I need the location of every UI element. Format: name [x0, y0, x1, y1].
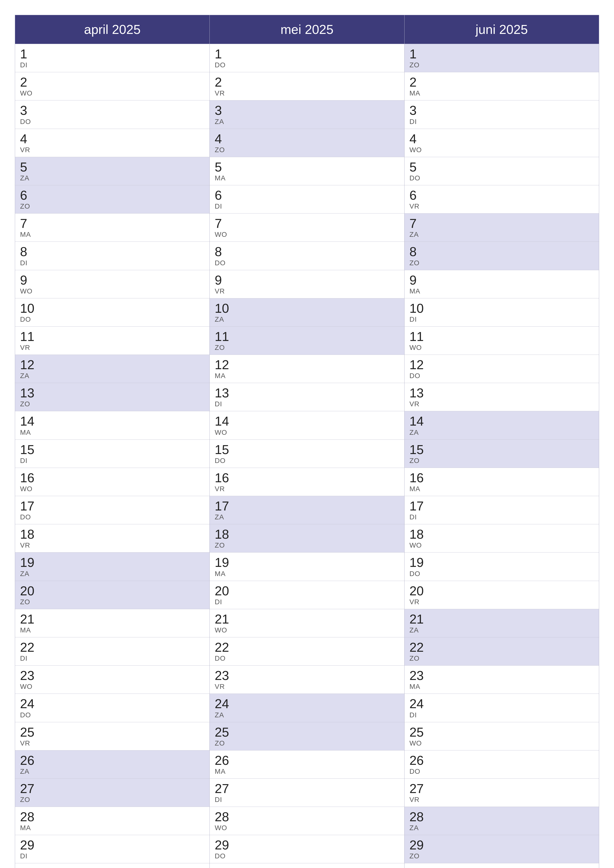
day-name: ZO — [215, 146, 399, 154]
day-number: 28 — [215, 810, 399, 824]
day-name: WO — [215, 231, 399, 239]
day-cell: 3DI — [404, 101, 599, 129]
day-name: ZA — [215, 711, 399, 719]
day-name: ZO — [409, 61, 594, 69]
day-name: DO — [409, 570, 594, 578]
day-number: 10 — [215, 301, 399, 315]
day-cell: 11WO — [404, 326, 599, 355]
day-name: MA — [409, 89, 594, 97]
day-number: 3 — [215, 104, 399, 118]
day-cell: 20VR — [404, 581, 599, 609]
day-name: DO — [409, 174, 594, 182]
day-number: 26 — [215, 753, 399, 767]
table-row: 15DI15DO15ZO — [15, 439, 599, 468]
table-row: 7MA7WO7ZA — [15, 214, 599, 242]
day-number: 23 — [20, 668, 205, 683]
table-row: 1DI1DO1ZO — [15, 44, 599, 72]
day-name: WO — [409, 146, 594, 154]
day-number: 12 — [20, 358, 205, 372]
day-number: 2 — [409, 75, 594, 89]
day-name: MA — [215, 372, 399, 380]
day-number: 17 — [20, 499, 205, 513]
day-cell: 7WO — [210, 214, 404, 242]
day-number: 25 — [20, 725, 205, 739]
table-row: 6ZO6DI6VR — [15, 185, 599, 213]
day-number: 9 — [215, 273, 399, 287]
day-cell: 26ZA — [15, 750, 210, 778]
day-number: 7 — [215, 217, 399, 231]
mei-header: mei 2025 — [210, 15, 404, 44]
day-number: 11 — [20, 330, 205, 344]
day-name: DO — [215, 852, 399, 860]
day-name: VR — [20, 146, 205, 154]
day-cell: 5MA — [210, 157, 404, 185]
day-name: DO — [20, 315, 205, 323]
day-name: VR — [409, 796, 594, 804]
day-name: DO — [409, 767, 594, 775]
day-name: ZA — [20, 570, 205, 578]
day-number: 1 — [20, 47, 205, 61]
day-cell: 19DO — [404, 553, 599, 581]
day-name: VR — [215, 89, 399, 97]
day-number: 5 — [215, 160, 399, 174]
day-cell: 25VR — [15, 722, 210, 750]
day-number: 13 — [20, 386, 205, 400]
day-name: MA — [215, 767, 399, 775]
day-number: 25 — [215, 725, 399, 739]
day-name: VR — [215, 287, 399, 295]
day-name: ZO — [215, 739, 399, 747]
table-row: 3DO3ZA3DI — [15, 101, 599, 129]
table-row: 21MA21WO21ZA — [15, 609, 599, 637]
day-name: VR — [409, 202, 594, 210]
day-cell: 19ZA — [15, 553, 210, 581]
april-header: april 2025 — [15, 15, 210, 44]
table-row: 23WO23VR23MA — [15, 666, 599, 694]
day-number: 29 — [215, 838, 399, 852]
day-cell: 30MA — [404, 863, 599, 868]
day-name: DI — [215, 796, 399, 804]
day-name: ZO — [215, 344, 399, 352]
day-cell: 12MA — [210, 355, 404, 383]
day-name: ZO — [20, 598, 205, 606]
day-name: ZA — [409, 429, 594, 437]
day-cell: 9WO — [15, 270, 210, 298]
table-row: 20ZO20DI20VR — [15, 581, 599, 609]
calendar-table: april 2025 mei 2025 juni 2025 1DI1DO1ZO2… — [15, 15, 599, 868]
day-number: 6 — [409, 188, 594, 202]
day-number: 24 — [409, 697, 594, 711]
table-row: 4VR4ZO4WO — [15, 129, 599, 157]
day-number: 24 — [20, 697, 205, 711]
day-number: 5 — [20, 160, 205, 174]
day-name: WO — [20, 683, 205, 691]
day-number: 22 — [20, 640, 205, 654]
day-cell: 12DO — [404, 355, 599, 383]
day-cell: 18ZO — [210, 524, 404, 553]
day-name: WO — [409, 344, 594, 352]
table-row: 26ZA26MA26DO — [15, 750, 599, 778]
table-row: 29DI29DO29ZO — [15, 835, 599, 863]
day-name: ZO — [20, 796, 205, 804]
day-name: ZA — [409, 231, 594, 239]
day-number: 2 — [20, 75, 205, 89]
day-number: 26 — [409, 753, 594, 767]
day-cell: 17ZA — [210, 496, 404, 524]
day-number: 15 — [20, 443, 205, 457]
day-name: ZA — [409, 626, 594, 634]
day-number: 30 — [215, 866, 399, 868]
day-number: 3 — [409, 104, 594, 118]
day-cell: 19MA — [210, 553, 404, 581]
day-cell: 3DO — [15, 101, 210, 129]
day-cell: 4WO — [404, 129, 599, 157]
day-number: 1 — [409, 47, 594, 61]
day-cell: 20DI — [210, 581, 404, 609]
day-cell: 23MA — [404, 666, 599, 694]
day-cell: 27DI — [210, 778, 404, 807]
day-cell: 29DO — [210, 835, 404, 863]
day-cell: 4ZO — [210, 129, 404, 157]
day-name: ZO — [20, 202, 205, 210]
day-name: ZO — [409, 457, 594, 465]
day-cell: 1DO — [210, 44, 404, 72]
day-number: 25 — [409, 725, 594, 739]
table-row: 9WO9VR9MA — [15, 270, 599, 298]
day-cell: 14ZA — [404, 411, 599, 439]
